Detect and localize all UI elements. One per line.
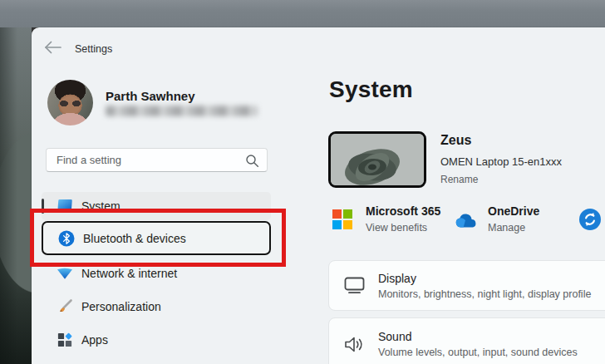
sidebar-item-label: Personalization	[81, 300, 161, 313]
sidebar-item-apps[interactable]: Apps	[42, 326, 271, 354]
desktop-background-left	[0, 27, 32, 364]
user-name: Parth Sawhney	[106, 89, 195, 103]
rename-link[interactable]: Rename	[440, 174, 478, 185]
card-subtitle: Monitors, brightness, night light, displ…	[378, 288, 591, 300]
window-title: Settings	[75, 43, 112, 55]
microsoft365-title: Microsoft 365	[366, 204, 440, 218]
card-title: Display	[378, 272, 591, 285]
sound-card[interactable]: Sound Volume levels, output, input, soun…	[328, 317, 605, 364]
sync-icon	[579, 209, 601, 230]
screenshot-canvas: Settings Parth Sawhney System	[0, 0, 605, 364]
search-input[interactable]	[47, 149, 267, 171]
display-card[interactable]: Display Monitors, brightness, night ligh…	[328, 260, 605, 311]
onedrive-title: OneDrive	[488, 204, 539, 218]
bloom-wallpaper	[331, 134, 424, 185]
system-laptop-icon	[55, 198, 75, 214]
card-subtitle: Volume levels, output, input, sound devi…	[378, 347, 578, 358]
desktop-background-top	[0, 0, 605, 27]
device-model: OMEN Laptop 15-en1xxx	[440, 155, 562, 168]
user-avatar[interactable]	[47, 80, 93, 125]
search-icon	[245, 154, 259, 168]
user-email-blurred	[106, 106, 258, 116]
microsoft-logo-icon	[332, 209, 352, 229]
device-thumbnail	[328, 131, 426, 188]
sidebar-item-bluetooth-devices[interactable]: Bluetooth & devices	[42, 221, 271, 255]
sidebar-item-network-internet[interactable]: Network & internet	[42, 259, 271, 288]
onedrive-sync-button[interactable]	[579, 209, 601, 230]
page-title: System	[329, 76, 413, 103]
sidebar-item-personalization[interactable]: Personalization	[42, 293, 271, 321]
monitor-icon	[343, 277, 365, 295]
paintbrush-icon	[55, 298, 75, 315]
device-name: Zeus	[440, 133, 471, 148]
apps-grid-icon	[55, 332, 75, 348]
search-box	[46, 148, 268, 172]
back-arrow-icon	[43, 39, 63, 56]
sidebar-item-system[interactable]: System	[42, 192, 271, 220]
sidebar-item-label: Apps	[81, 333, 108, 347]
bluetooth-icon	[57, 230, 76, 247]
card-title: Sound	[378, 330, 578, 343]
speaker-icon	[343, 335, 365, 353]
selected-accent-pill	[42, 199, 44, 214]
network-globe-icon	[55, 265, 75, 282]
view-benefits-link[interactable]: View benefits	[366, 222, 427, 234]
back-button[interactable]	[43, 39, 63, 56]
sidebar-item-label: Network & internet	[81, 267, 177, 280]
onedrive-cloud-icon	[454, 213, 478, 229]
sidebar-item-label: Bluetooth & devices	[83, 232, 186, 245]
sidebar-item-label: System	[81, 199, 121, 213]
manage-link[interactable]: Manage	[488, 222, 525, 234]
